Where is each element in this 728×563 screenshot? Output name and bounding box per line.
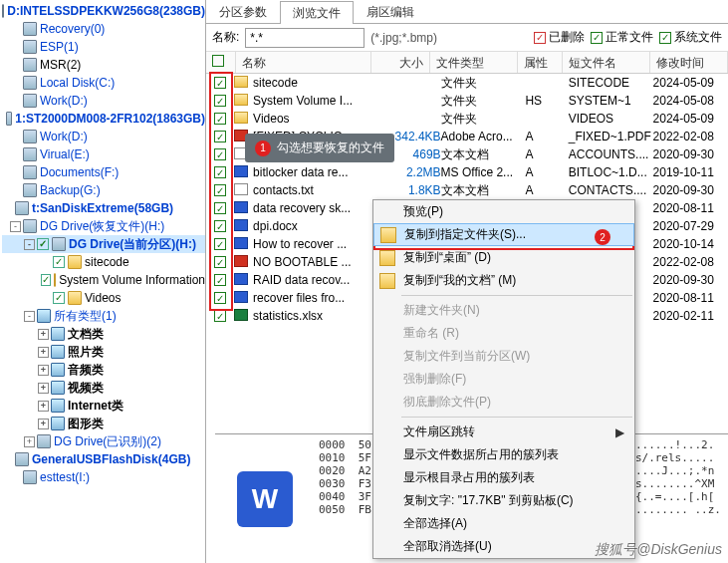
row-checkbox[interactable] [214,113,226,125]
row-checkbox[interactable] [214,202,226,214]
chk-deleted[interactable]: 已删除 [534,29,585,46]
file-icon [234,165,248,177]
preview-icon: W [215,434,315,563]
annotation-tip-1: 1 勾选想要恢复的文件 [245,134,394,162]
row-checkbox[interactable] [214,238,226,250]
disk-icon [23,219,37,233]
disk-icon [15,201,29,215]
tab[interactable]: 分区参数 [206,0,280,23]
row-checkbox[interactable] [214,166,226,178]
tab[interactable]: 扇区编辑 [354,0,427,23]
disk-icon [23,470,37,484]
disk-icon [15,452,29,466]
row-checkbox[interactable] [214,220,226,232]
tree-node[interactable]: -DG Drive(当前分区)(H:) [2,235,205,253]
tree-node[interactable]: +DG Drive(已识别)(2) [2,432,205,450]
tree-node[interactable]: -DG Drive(恢复文件)(H:) [2,217,205,235]
file-icon [234,201,248,213]
file-icon [234,112,248,124]
file-icon [234,309,248,321]
tree-node[interactable]: Documents(F:) [2,163,205,181]
table-row[interactable]: contacts.txt1.8KB文本文档ACONTACTS....2020-0… [206,181,728,199]
menu-item[interactable]: 复制文字: "17.7KB" 到剪贴板(C) [373,489,634,512]
tree-node[interactable]: ESP(1) [2,38,205,56]
file-icon [234,273,248,285]
row-checkbox[interactable] [214,77,226,89]
tree-node[interactable]: sitecode [2,253,205,271]
chk-normal[interactable]: 正常文件 [591,29,653,46]
context-menu[interactable]: 2 预览(P)复制到指定文件夹(S)...复制到“桌面” (D)复制到“我的文档… [372,199,635,559]
menu-item[interactable]: 预览(P) [373,200,634,223]
disk-icon [52,237,66,251]
table-row[interactable]: sitecode文件夹SITECODE2024-05-09 [206,74,728,92]
sidebar[interactable]: D:INTELSSDPEKKW256G8(238GB)Recovery(0)ES… [0,0,206,563]
name-input[interactable] [245,28,364,48]
row-checkbox[interactable] [214,256,226,268]
tree-node[interactable]: +视频类 [2,379,205,397]
row-checkbox[interactable] [214,274,226,286]
menu-item[interactable]: 显示文件数据所占用的簇列表 [373,443,634,466]
tree-node[interactable]: MSR(2) [2,56,205,74]
disk-icon [23,130,37,143]
disk-icon [23,165,37,179]
disk-icon [23,40,37,54]
table-row[interactable]: bitlocker data re...2.2MBMS Office 2...A… [206,163,728,181]
table-row[interactable]: System Volume I...文件夹HSSYSTEM~12024-05-0… [206,92,728,110]
type-icon [51,345,65,359]
tree-node[interactable]: +图形类 [2,415,205,432]
watermark: 搜狐号@DiskGenius [595,541,722,559]
type-icon [51,381,65,395]
disk-icon [23,183,37,197]
file-icon [234,94,248,106]
chk-system[interactable]: 系统文件 [659,29,722,46]
menu-item[interactable]: 彻底删除文件(P) [373,391,634,414]
menu-item[interactable]: 重命名 (R) [373,322,634,345]
annotation-num-2: 2 [595,229,610,245]
tree-node[interactable]: Videos [2,289,205,307]
tab[interactable]: 浏览文件 [280,1,354,24]
row-checkbox[interactable] [214,310,226,322]
tree-node[interactable]: -所有类型(1) [2,307,205,325]
tree-node[interactable]: t:SanDiskExtreme(58GB) [2,199,205,217]
menu-item[interactable]: 强制删除(F) [373,368,634,391]
menu-item[interactable]: 全部选择(A) [373,512,634,535]
file-icon [234,76,248,88]
menu-item[interactable]: 复制到“我的文档” (M) [373,269,634,292]
disk-icon [23,58,37,72]
tree-node[interactable]: +照片类 [2,343,205,361]
tree-node[interactable]: 1:ST2000DM008-2FR102(1863GB) [2,110,205,128]
type-icon [51,417,65,430]
disk-icon [23,94,37,108]
table-row[interactable]: Videos文件夹VIDEOS2024-05-09 [206,110,728,128]
tree-node[interactable]: +Internet类 [2,397,205,415]
tree-node[interactable]: Recovery(0) [2,20,205,38]
file-icon [234,255,248,267]
tree-node[interactable]: Virual(E:) [2,145,205,163]
row-checkbox[interactable] [214,292,226,304]
tree-node[interactable]: Backup(G:) [2,181,205,199]
menu-item[interactable]: 新建文件夹(N) [373,299,634,322]
tree-node[interactable]: +文档类 [2,325,205,343]
tree-node[interactable]: GeneralUSBFlashDisk(4GB) [2,450,205,468]
disk-icon [6,112,12,126]
tree-node[interactable]: Local Disk(C:) [2,74,205,92]
row-checkbox[interactable] [214,148,226,160]
ext-hint: (*.jpg;*.bmp) [370,31,437,45]
file-icon [234,237,248,249]
tree-node[interactable]: System Volume Information [2,271,205,289]
tree-node[interactable]: Work(D:) [2,128,205,145]
tree-node[interactable]: Work(D:) [2,92,205,110]
menu-item[interactable]: 复制到“桌面” (D) [373,246,634,269]
row-checkbox[interactable] [214,184,226,196]
fold-icon [68,291,82,305]
row-checkbox[interactable] [214,95,226,107]
menu-item[interactable]: 显示根目录占用的簇列表 [373,466,634,489]
tree-node[interactable]: +音频类 [2,361,205,379]
row-checkbox[interactable] [214,131,226,142]
menu-item[interactable]: 文件扇区跳转▶ [373,421,634,443]
tree-node[interactable]: D:INTELSSDPEKKW256G8(238GB) [2,2,205,20]
fold-icon [68,255,82,269]
tree-node[interactable]: esttest(I:) [2,468,205,486]
list-header: 名称 大小 文件类型 属性 短文件名 修改时间 [206,52,728,74]
menu-item[interactable]: 复制文件到当前分区(W) [373,345,634,368]
